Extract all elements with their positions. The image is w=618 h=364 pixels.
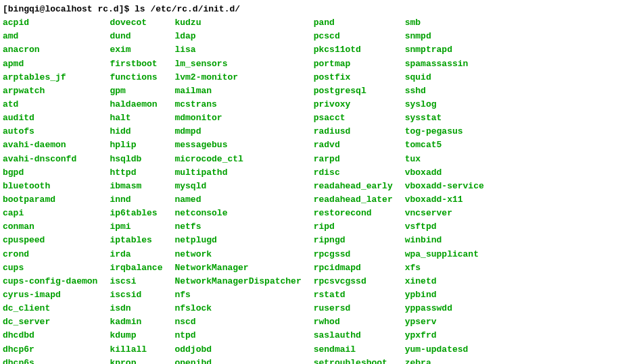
listing-entry: autofs — [3, 125, 97, 138]
listing-entry: vboxadd — [405, 166, 484, 180]
listing-entry: NetworkManagerDispatcher — [174, 275, 301, 288]
listing-entry: dhcp6r — [3, 343, 97, 357]
listing-entry: netconsole — [174, 207, 301, 220]
listing-entry: httpd — [110, 166, 162, 180]
listing-entry: syslog — [405, 98, 484, 111]
listing-entry: dhcp6s — [3, 357, 97, 364]
listing-entry: xinetd — [405, 275, 484, 288]
listing-entry: ldap — [174, 30, 301, 43]
listing-entry: dovecot — [110, 16, 162, 30]
listing-entry: messagebus — [174, 138, 301, 152]
listing-entry: kudzu — [174, 16, 301, 30]
listing-entry: avahi-daemon — [3, 138, 97, 152]
listing-entry: zebra — [405, 357, 484, 364]
listing-entry: snmptrapd — [405, 43, 484, 57]
listing-entry: radiusd — [314, 125, 393, 138]
listing-entry: ipmi — [110, 220, 162, 234]
listing-entry: irqbalance — [110, 261, 162, 275]
listing-entry: irda — [110, 248, 162, 261]
listing-entry: privoxy — [314, 98, 393, 111]
listing-entry: pkcs11otd — [314, 43, 393, 57]
listing-entry: xfs — [405, 261, 484, 275]
listing-entry: yum-updatesd — [405, 343, 484, 357]
listing-entry: network — [174, 248, 301, 261]
listing-entry: cups — [3, 261, 97, 275]
listing-entry: ripngd — [314, 234, 393, 247]
listing-entry: openibd — [174, 357, 301, 364]
listing-entry: mysqld — [174, 180, 301, 193]
listing-entry: cpuspeed — [3, 234, 97, 247]
terminal-prompt-line: [bingqi@localhost rc.d]$ ls /etc/rc.d/in… — [3, 3, 615, 16]
listing-entry: gpm — [110, 84, 162, 98]
listing-entry: firstboot — [110, 57, 162, 71]
listing-entry: bluetooth — [3, 180, 97, 193]
listing-entry: tux — [405, 153, 484, 166]
listing-entry: kdump — [110, 329, 162, 342]
listing-entry: nfslock — [174, 302, 301, 315]
listing-entry: netplugd — [174, 234, 301, 247]
listing-entry: dc_server — [3, 315, 97, 329]
listing-entry: postfix — [314, 71, 393, 84]
listing-entry: acpid — [3, 16, 97, 30]
listing-entry: haldaemon — [110, 98, 162, 111]
listing-entry: spamassassin — [405, 57, 484, 71]
listing-entry: rpcgssd — [314, 248, 393, 261]
listing-entry: capi — [3, 207, 97, 220]
listing-entry: ntpd — [174, 329, 301, 342]
listing-entry: crond — [3, 248, 97, 261]
listing-entry: kadmin — [110, 315, 162, 329]
listing-entry: portmap — [314, 57, 393, 71]
listing-entry: smb — [405, 16, 484, 30]
listing-entry: hidd — [110, 125, 162, 138]
listing-entry: rarpd — [314, 153, 393, 166]
listing-entry: dhcdbd — [3, 329, 97, 342]
listing-entry: multipathd — [174, 166, 301, 180]
listing-entry: wpa_supplicant — [405, 248, 484, 261]
listing-entry: tog-pegasus — [405, 125, 484, 138]
listing-entry: hplip — [110, 138, 162, 152]
listing-entry: mailman — [174, 84, 301, 98]
listing-entry: yppasswdd — [405, 302, 484, 315]
listing-entry: winbind — [405, 234, 484, 247]
listing-entry: dc_client — [3, 302, 97, 315]
listing-entry: lm_sensors — [174, 57, 301, 71]
listing-entry: rdisc — [314, 166, 393, 180]
listing-entry: rpcsvcgssd — [314, 275, 393, 288]
listing-column-4: smbsnmpdsnmptrapdspamassassinsquidsshdsy… — [405, 16, 484, 364]
listing-entry: lvm2-monitor — [174, 71, 301, 84]
listing-entry: arptables_jf — [3, 71, 97, 84]
listing-entry: netfs — [174, 220, 301, 234]
listing-entry: iscsi — [110, 275, 162, 288]
listing-entry: sshd — [405, 84, 484, 98]
listing-entry: bgpd — [3, 166, 97, 180]
listing-entry: exim — [110, 43, 162, 57]
listing-entry: conman — [3, 220, 97, 234]
listing-entry: halt — [110, 111, 162, 125]
listing-entry: nfs — [174, 288, 301, 302]
listing-entry: ypbind — [405, 288, 484, 302]
listing-entry: lisa — [174, 43, 301, 57]
listing-entry: postgresql — [314, 84, 393, 98]
listing-entry: arpwatch — [3, 84, 97, 98]
listing-entry: auditd — [3, 111, 97, 125]
listing-entry: kprop — [110, 357, 162, 364]
listing-column-3: pandpcscdpkcs11otdportmappostfixpostgres… — [314, 16, 393, 364]
listing-entry: dund — [110, 30, 162, 43]
prompt-command: ls /etc/rc.d/init.d/ — [135, 4, 240, 14]
listing-entry: psacct — [314, 111, 393, 125]
directory-listing: acpidamdanacronapmdarptables_jfarpwatcha… — [3, 16, 615, 364]
listing-entry: anacron — [3, 43, 97, 57]
listing-entry: ypxfrd — [405, 329, 484, 342]
listing-entry: ripd — [314, 220, 393, 234]
listing-entry: NetworkManager — [174, 261, 301, 275]
listing-entry: oddjobd — [174, 343, 301, 357]
listing-entry: isdn — [110, 302, 162, 315]
listing-entry: tomcat5 — [405, 138, 484, 152]
listing-entry: atd — [3, 98, 97, 111]
listing-entry: sysstat — [405, 111, 484, 125]
listing-entry: ibmasm — [110, 180, 162, 193]
listing-entry: named — [174, 193, 301, 207]
listing-entry: bootparamd — [3, 193, 97, 207]
listing-entry: squid — [405, 71, 484, 84]
listing-entry: microcode_ctl — [174, 153, 301, 166]
